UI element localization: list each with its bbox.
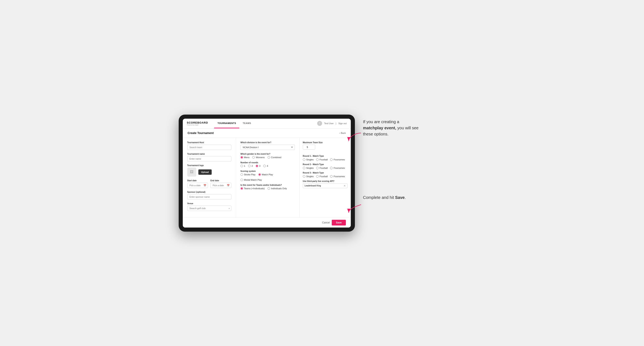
start-date-input[interactable] <box>187 183 208 188</box>
round3-singles-option[interactable]: Singles <box>303 175 314 177</box>
max-team-size-group: Maximum Team Size <box>303 141 348 152</box>
tablet-screen: SCOREBOARD Powered by clippit TOURNAMENT… <box>183 119 351 227</box>
tournament-host-input[interactable] <box>187 145 231 150</box>
api-section: Use third-party live scoring API? Leader… <box>303 180 348 188</box>
gender-combined-radio[interactable] <box>268 156 270 159</box>
division-select[interactable]: NCAA Division I NCAA Division II NCAA Di… <box>240 145 295 150</box>
round2-fourball-radio[interactable] <box>316 167 318 169</box>
round-4-option[interactable]: 4 <box>263 165 268 167</box>
scoring-medal-option[interactable]: Medal Match Play <box>240 179 262 181</box>
gender-mens-option[interactable]: Mens <box>240 156 250 159</box>
end-date-label: End date <box>210 179 231 182</box>
round1-match-type-label: Round 1 - Match Type <box>303 155 348 157</box>
round1-foursomes-radio[interactable] <box>330 158 332 161</box>
teams-label: Is this event for Teams and/or Individua… <box>240 184 295 186</box>
scoring-stroke-radio[interactable] <box>240 173 243 176</box>
right-column: Maximum Team Size Round 1 - Match Type S… <box>300 138 351 217</box>
gender-label: Which gender is the event for? <box>240 153 295 155</box>
max-team-size-input[interactable] <box>303 145 315 150</box>
gender-combined-option[interactable]: Combined <box>268 156 281 159</box>
rounds-label: Number of rounds <box>240 162 295 164</box>
teams-individuals-option[interactable]: Individuals Only <box>268 187 287 190</box>
venue-label: Venue <box>187 202 231 205</box>
scoring-stroke-option[interactable]: Stroke Play <box>240 173 256 176</box>
round-3-option[interactable]: 3 <box>256 165 260 167</box>
round1-match-type-section: Round 1 - Match Type Singles Fourball <box>303 155 348 161</box>
api-label: Use third-party live scoring API? <box>303 180 348 182</box>
user-name: Test User <box>324 122 334 125</box>
scoring-radio-group: Stroke Play Match Play Medal Match Play <box>240 173 295 181</box>
round2-foursomes-radio[interactable] <box>330 167 332 169</box>
tab-tournaments[interactable]: TOURNAMENTS <box>214 119 239 128</box>
annotations: If you are creating a matchplay event, y… <box>363 115 466 205</box>
teams-teams-option[interactable]: Teams (+Individuals) <box>240 187 265 190</box>
arrow-top-svg <box>347 131 363 143</box>
round-3-radio[interactable] <box>256 165 258 167</box>
tournament-name-input[interactable] <box>187 156 231 162</box>
round3-fourball-option[interactable]: Fourball <box>316 175 328 177</box>
scoring-match-option[interactable]: Match Play <box>258 173 273 176</box>
sign-out-link[interactable]: Sign out <box>338 122 346 125</box>
annotation-top-text-before: If you are creating a <box>363 120 399 124</box>
gender-womens-radio[interactable] <box>252 156 255 159</box>
round1-singles-radio[interactable] <box>303 158 305 161</box>
teams-teams-radio[interactable] <box>240 187 243 190</box>
sponsor-group: Sponsor (optional) <box>187 191 231 199</box>
annotation-bottom: Complete and hit Save. <box>363 194 420 200</box>
round1-match-type-options: Singles Fourball Foursomes <box>303 158 348 161</box>
tab-teams[interactable]: TEAMS <box>239 119 254 128</box>
round3-match-type-section: Round 3 - Match Type Singles Fourball <box>303 172 348 177</box>
annotation-bottom-text-after: . <box>405 195 406 200</box>
scoring-medal-radio[interactable] <box>240 179 243 181</box>
round-1-radio[interactable] <box>240 165 243 167</box>
round1-foursomes-option[interactable]: Foursomes <box>330 158 345 161</box>
avatar: T <box>317 121 322 126</box>
api-remove-button[interactable]: ✕ <box>344 184 346 187</box>
annotation-bottom-bold: Save <box>395 195 405 200</box>
end-date-input[interactable] <box>210 183 231 188</box>
header-right: T Test User | Sign out <box>317 121 347 126</box>
tournament-name-group: Tournament name <box>187 153 231 162</box>
brand-sub: Powered by clippit <box>187 124 208 126</box>
brand: SCOREBOARD Powered by clippit <box>187 121 208 126</box>
round3-foursomes-option[interactable]: Foursomes <box>330 175 345 177</box>
end-date-wrapper: 📅 <box>210 183 231 188</box>
start-date-label: Start date <box>187 179 208 182</box>
tournament-logo-label: Tournament logo <box>187 164 231 167</box>
upload-button[interactable]: Upload <box>198 170 212 175</box>
round-2-option[interactable]: 2 <box>248 165 253 167</box>
back-button[interactable]: ‹ Back <box>339 132 346 134</box>
round-1-option[interactable]: 1 <box>240 165 245 167</box>
venue-input[interactable] <box>187 206 231 211</box>
annotation-bottom-text-before: Complete and hit <box>363 195 395 200</box>
page-header: Create Tournament ‹ Back <box>183 129 351 138</box>
round3-match-type-options: Singles Fourball Foursomes <box>303 175 348 177</box>
round-4-radio[interactable] <box>263 165 266 167</box>
start-date-wrapper: 📅 <box>187 183 208 188</box>
round2-foursomes-option[interactable]: Foursomes <box>330 167 345 169</box>
round1-fourball-radio[interactable] <box>316 158 318 161</box>
round1-fourball-option[interactable]: Fourball <box>316 158 328 161</box>
gender-mens-radio[interactable] <box>240 156 243 159</box>
sponsor-input[interactable] <box>187 194 231 199</box>
annotation-top: If you are creating a matchplay event, y… <box>363 119 420 137</box>
left-column: Tournament Host Tournament name Tourname… <box>183 138 236 217</box>
save-button[interactable]: Save <box>332 220 346 225</box>
round2-singles-radio[interactable] <box>303 167 305 169</box>
cancel-button[interactable]: Cancel <box>322 221 330 224</box>
scoring-match-radio[interactable] <box>258 173 261 176</box>
round3-fourball-radio[interactable] <box>316 175 318 177</box>
round2-match-type-options: Singles Fourball Foursomes <box>303 167 348 169</box>
round3-foursomes-radio[interactable] <box>330 175 332 177</box>
round3-singles-radio[interactable] <box>303 175 305 177</box>
round-2-radio[interactable] <box>248 165 250 167</box>
round1-singles-option[interactable]: Singles <box>303 158 314 161</box>
mid-column: Which division is the event for? NCAA Di… <box>236 138 300 217</box>
form-area: Tournament Host Tournament name Tourname… <box>183 138 351 217</box>
tournament-logo-group: Tournament logo 🖼 Upload <box>187 164 231 176</box>
round2-match-type-section: Round 2 - Match Type Singles Fourball <box>303 163 348 169</box>
round2-singles-option[interactable]: Singles <box>303 167 314 169</box>
gender-womens-option[interactable]: Womens <box>252 156 264 159</box>
round2-fourball-option[interactable]: Fourball <box>316 167 328 169</box>
teams-individuals-radio[interactable] <box>268 187 270 190</box>
